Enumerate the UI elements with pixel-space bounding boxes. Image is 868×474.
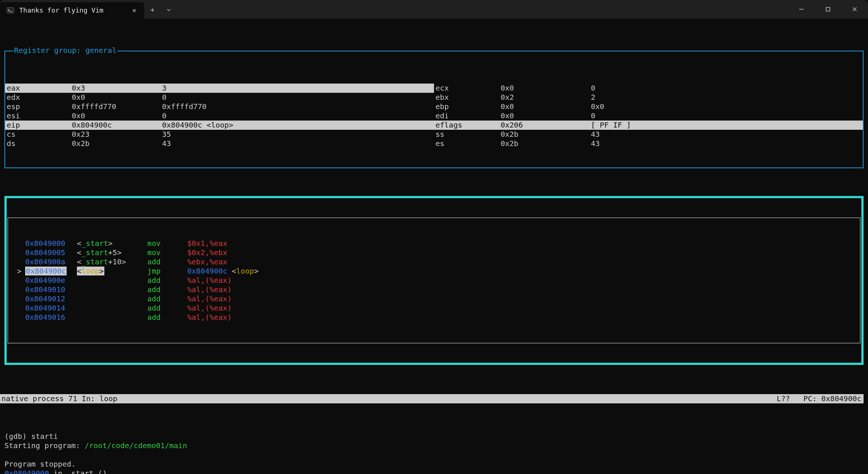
terminal-window: Thanks for flying Vim ✕ ＋ Register gro bbox=[0, 0, 868, 474]
register-name: es bbox=[434, 139, 501, 148]
gdb-console[interactable]: (gdb) startiStarting program: /root/code… bbox=[0, 431, 868, 474]
asm-current-marker bbox=[17, 304, 25, 313]
asm-address: 0x8049012 bbox=[25, 294, 77, 304]
tab-dropdown-button[interactable] bbox=[161, 2, 177, 18]
tab-title: Thanks for flying Vim bbox=[19, 6, 104, 15]
register-cell-esp: esp0xffffd7700xffffd770 bbox=[5, 102, 434, 111]
register-row: ds0x2b43es0x2b43 bbox=[5, 139, 863, 148]
register-cell-edx: edx0x00 bbox=[5, 93, 434, 102]
register-name: esi bbox=[5, 111, 72, 121]
asm-operands: 0x804900c <loop> bbox=[187, 267, 860, 276]
register-row: eip0x804900c0x804900c <loop>eflags0x206[… bbox=[5, 121, 863, 130]
register-cell-eflags: eflags0x206[ PF IF ] bbox=[434, 121, 863, 130]
asm-current-marker bbox=[17, 248, 25, 257]
asm-operands: %al,(%eax) bbox=[187, 285, 860, 294]
console-line bbox=[4, 450, 864, 460]
register-value: 3 bbox=[162, 84, 434, 93]
maximize-button[interactable] bbox=[815, 0, 841, 18]
register-name: eax bbox=[5, 84, 72, 93]
disassembly-box: 0x8049000<_start>mov$0x1,%eax0x8049005<_… bbox=[4, 196, 864, 365]
register-cell-ss: ss0x2b43 bbox=[434, 130, 863, 139]
tab-active[interactable]: Thanks for flying Vim ✕ bbox=[0, 2, 144, 18]
svg-rect-3 bbox=[826, 7, 830, 11]
asm-current-marker bbox=[17, 313, 25, 322]
console-line: (gdb) starti bbox=[4, 432, 864, 441]
register-name: cs bbox=[5, 130, 72, 139]
register-cell-edi: edi0x00 bbox=[434, 111, 863, 121]
terminal-content[interactable]: Register group: general eax0x33ecx0x00ed… bbox=[0, 18, 868, 474]
register-row: esp0xffffd7700xffffd770ebp0x00x0 bbox=[5, 102, 863, 111]
register-value: 35 bbox=[162, 130, 434, 139]
asm-current-marker bbox=[17, 294, 25, 304]
asm-row: 0x8049010add%al,(%eax) bbox=[8, 285, 860, 294]
asm-mnemonic: jmp bbox=[147, 267, 187, 276]
asm-address: 0x8049005 bbox=[25, 248, 77, 257]
console-line: Program stopped. bbox=[4, 460, 864, 469]
asm-address: 0x804900c bbox=[25, 267, 77, 276]
minimize-button[interactable] bbox=[788, 0, 815, 18]
asm-mnemonic: add bbox=[147, 304, 187, 313]
titlebar[interactable]: Thanks for flying Vim ✕ ＋ bbox=[0, 0, 868, 18]
asm-address: 0x804900e bbox=[25, 276, 77, 285]
register-value: 2 bbox=[591, 93, 863, 102]
register-hex: 0x0 bbox=[72, 93, 162, 102]
status-bar: native process 71 In: loop L?? PC: 0x804… bbox=[0, 394, 864, 403]
asm-mnemonic: add bbox=[147, 257, 187, 267]
window-controls bbox=[788, 0, 868, 18]
register-name: ebx bbox=[434, 93, 501, 102]
close-tab-button[interactable]: ✕ bbox=[131, 5, 138, 16]
asm-address: 0x8049010 bbox=[25, 285, 77, 294]
asm-row: 0x8049005<_start+5>mov$0x2,%ebx bbox=[8, 248, 860, 257]
tabs-area: Thanks for flying Vim ✕ bbox=[0, 0, 144, 18]
register-row: eax0x33ecx0x00 bbox=[5, 84, 863, 93]
register-value: 0x0 bbox=[591, 102, 863, 111]
register-hex: 0x0 bbox=[501, 111, 591, 121]
asm-mnemonic: add bbox=[147, 294, 187, 304]
asm-row: 0x8049016add%al,(%eax) bbox=[8, 313, 860, 322]
asm-mnemonic: add bbox=[147, 276, 187, 285]
register-value: 0x804900c <loop> bbox=[162, 121, 434, 130]
close-window-button[interactable] bbox=[841, 0, 868, 18]
console-line: Starting program: /root/code/cdemo01/mai… bbox=[4, 441, 864, 450]
asm-operands: $0x1,%eax bbox=[187, 239, 860, 248]
register-value: 43 bbox=[591, 139, 863, 148]
register-value: 0 bbox=[162, 93, 434, 102]
register-value: 43 bbox=[591, 130, 863, 139]
register-cell-eip: eip0x804900c0x804900c <loop> bbox=[5, 121, 434, 130]
asm-current-marker bbox=[17, 285, 25, 294]
register-cell-ecx: ecx0x00 bbox=[434, 84, 863, 93]
register-name: esp bbox=[5, 102, 72, 111]
register-row: esi0x00edi0x00 bbox=[5, 111, 863, 121]
asm-mnemonic: mov bbox=[147, 239, 187, 248]
asm-current-marker bbox=[17, 276, 25, 285]
asm-address: 0x8049016 bbox=[25, 313, 77, 322]
register-hex: 0x3 bbox=[72, 84, 162, 93]
asm-row: 0x8049012add%al,(%eax) bbox=[8, 294, 860, 304]
new-tab-button[interactable]: ＋ bbox=[144, 2, 161, 18]
register-name: eflags bbox=[434, 121, 501, 130]
register-value: 0 bbox=[162, 111, 434, 121]
asm-operands: %al,(%eax) bbox=[187, 304, 860, 313]
register-value: [ PF IF ] bbox=[591, 121, 863, 130]
register-hex: 0x0 bbox=[501, 102, 591, 111]
asm-symbol: <loop> bbox=[77, 267, 147, 276]
register-group-title: Register group: general bbox=[13, 46, 117, 55]
register-group-box: Register group: general eax0x33ecx0x00ed… bbox=[4, 51, 864, 168]
register-hex: 0x2b bbox=[501, 130, 591, 139]
asm-operands: %al,(%eax) bbox=[187, 276, 860, 285]
asm-row: >0x804900c<loop>jmp0x804900c <loop> bbox=[8, 267, 860, 276]
register-hex: 0x2b bbox=[72, 139, 162, 148]
register-value: 0 bbox=[591, 111, 863, 121]
asm-row: 0x804900eadd%al,(%eax) bbox=[8, 276, 860, 285]
asm-operands: %al,(%eax) bbox=[187, 313, 860, 322]
asm-mnemonic: add bbox=[147, 285, 187, 294]
register-name: ss bbox=[434, 130, 501, 139]
register-hex: 0x2 bbox=[501, 93, 591, 102]
register-row: cs0x2335ss0x2b43 bbox=[5, 130, 863, 139]
asm-address: 0x8049014 bbox=[25, 304, 77, 313]
asm-mnemonic: add bbox=[147, 313, 187, 322]
asm-current-marker bbox=[17, 257, 25, 267]
register-name: ds bbox=[5, 139, 72, 148]
register-hex: 0x0 bbox=[72, 111, 162, 121]
register-hex: 0x23 bbox=[72, 130, 162, 139]
